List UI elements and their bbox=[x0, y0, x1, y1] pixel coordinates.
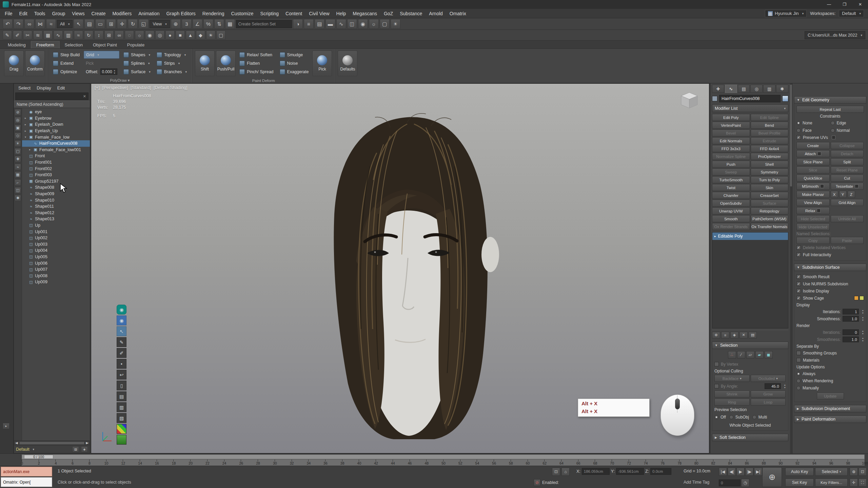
menu-item[interactable]: Animation bbox=[135, 11, 163, 16]
menu-item[interactable]: File bbox=[1, 11, 16, 16]
edit-geometry-button[interactable]: Create bbox=[796, 142, 830, 149]
filter-groups-icon[interactable]: ▦ bbox=[15, 171, 21, 178]
modifier-button[interactable]: FFD 4x4x4 bbox=[751, 145, 789, 152]
percent-snap-icon[interactable]: % bbox=[203, 19, 213, 29]
edit-geometry-button[interactable]: Y bbox=[839, 191, 847, 198]
scene-object-row[interactable]: ◫ Up008 bbox=[22, 272, 90, 279]
modifier-button[interactable]: Sweep bbox=[712, 168, 750, 176]
maxscript-listener-macro-line[interactable]: actionMan.exe bbox=[1, 467, 52, 476]
maximize-viewport-icon[interactable]: ⛶ bbox=[859, 479, 867, 487]
go-to-start-icon[interactable]: |◀ bbox=[719, 468, 727, 476]
user-account-button[interactable]: ▦ Hyunsuk Jin▾ bbox=[765, 10, 807, 17]
edit-geometry-button[interactable]: Relax bbox=[796, 207, 830, 214]
update-always-radio[interactable] bbox=[796, 372, 801, 376]
spinner-snap-icon[interactable]: ⇅ bbox=[214, 19, 224, 29]
modifier-button[interactable]: Extrude bbox=[751, 137, 789, 144]
curl-icon[interactable]: ↻ bbox=[84, 30, 93, 40]
update-when-rendering-radio[interactable] bbox=[796, 379, 801, 383]
sidebar-toggle-icon[interactable]: ▸ bbox=[3, 423, 9, 429]
by-angle-checkbox[interactable] bbox=[714, 384, 719, 388]
isoline-display-checkbox[interactable] bbox=[796, 289, 801, 293]
modifier-button[interactable]: Bend bbox=[751, 122, 789, 129]
element-subobject-icon[interactable]: ◼ bbox=[765, 351, 773, 359]
object-name-field[interactable]: HairFromCurves008 bbox=[719, 95, 781, 102]
mute-icon[interactable]: ⊘ bbox=[534, 479, 540, 486]
camera-icon[interactable]: ▢ bbox=[216, 30, 225, 40]
edit-geometry-button[interactable]: View Align bbox=[796, 199, 830, 206]
modifier-button[interactable]: CreaseSet bbox=[751, 192, 789, 199]
scene-object-row[interactable]: ≈ Shape012 bbox=[22, 210, 90, 216]
display-smoothness-spinner[interactable]: 1.0 bbox=[843, 316, 859, 322]
expand-arrow-icon[interactable]: ▸ bbox=[28, 148, 32, 151]
comb-icon[interactable]: ≋ bbox=[33, 30, 42, 40]
menu-item[interactable]: Group bbox=[48, 11, 68, 16]
occluded-culling-dropdown[interactable]: Occluded▾ bbox=[751, 375, 786, 382]
wirecolor-swatch[interactable] bbox=[782, 96, 788, 102]
menu-item[interactable]: Edit bbox=[16, 11, 31, 16]
delete-stroke-icon[interactable]: ▯ bbox=[117, 381, 126, 390]
scene-object-row[interactable]: ≈ Shape011 bbox=[22, 203, 90, 210]
remove-modifier-icon[interactable]: ✕ bbox=[739, 332, 748, 339]
drag-button[interactable]: Drag bbox=[4, 50, 24, 76]
filter-bones-icon[interactable]: ⌐ bbox=[15, 179, 21, 186]
bind-to-space-warp-icon[interactable]: ≈ bbox=[46, 19, 56, 29]
repeat-last-button[interactable]: Repeat Last bbox=[796, 106, 864, 113]
play-icon[interactable]: ▶ bbox=[736, 468, 745, 476]
edit-geometry-button[interactable]: QuickSlice bbox=[796, 175, 830, 182]
strand-groups-icon[interactable]: ▦ bbox=[43, 30, 53, 40]
expand-arrow-icon[interactable]: ▸ bbox=[24, 129, 27, 133]
viewport-menu[interactable]: [Default Shading] bbox=[154, 85, 188, 90]
pin-stack-icon[interactable]: ⊕ bbox=[712, 332, 720, 339]
soft-selection-rollout-header[interactable]: ▶ Soft Selection bbox=[712, 434, 788, 441]
explorer-horizontal-scrollbar[interactable]: ◀ ▶ bbox=[14, 441, 90, 445]
explorer-sort-header[interactable]: Name (Sorted Ascending) bbox=[14, 101, 90, 108]
brush-strands-icon[interactable]: ✐ bbox=[13, 30, 22, 40]
edit-geometry-button[interactable]: Unhide All bbox=[831, 215, 864, 222]
menu-item[interactable]: Customize bbox=[228, 11, 257, 16]
copy-named-selection-button[interactable]: Copy bbox=[796, 237, 830, 244]
collision-icon[interactable]: ◌ bbox=[125, 30, 134, 40]
guides-from-surface-icon[interactable]: ▥ bbox=[64, 30, 73, 40]
filter-spacewarps-icon[interactable]: ≈ bbox=[15, 164, 21, 170]
modifier-button[interactable]: VertexPaint bbox=[712, 122, 750, 129]
edit-geometry-button[interactable]: Collapse bbox=[831, 142, 864, 149]
scene-object-row[interactable]: ◫ Front002 bbox=[22, 165, 90, 172]
modifier-button[interactable]: Shell bbox=[751, 161, 789, 168]
paint-deform-button[interactable]: Pinch/ Spread bbox=[237, 68, 276, 76]
menu-item[interactable]: Omatrix bbox=[446, 11, 470, 16]
edit-geometry-button[interactable]: Slice Plane bbox=[796, 158, 830, 165]
clear-search-icon[interactable]: ✕ bbox=[83, 94, 86, 99]
pan-icon[interactable]: ✛ bbox=[850, 479, 858, 487]
modifier-button[interactable]: Push bbox=[712, 161, 750, 168]
clipboard-icon[interactable]: ▥ bbox=[117, 402, 126, 412]
cube-primitive-icon[interactable]: ■ bbox=[176, 30, 185, 40]
explorer-find-icon[interactable]: ◎ bbox=[15, 117, 21, 123]
modifier-list-dropdown[interactable]: Modifier List▾ bbox=[712, 104, 788, 112]
material-editor-icon[interactable]: ◉ bbox=[358, 19, 368, 29]
expand-arrow-icon[interactable]: ▸ bbox=[24, 123, 27, 126]
frizz-icon[interactable]: ≈ bbox=[74, 30, 83, 40]
undo-stroke-icon[interactable]: ↩ bbox=[117, 370, 126, 380]
polydraw-group-label[interactable]: PolyDraw ▾ bbox=[48, 78, 192, 83]
scroll-left-icon[interactable]: ◀ bbox=[15, 442, 19, 445]
defaults-button[interactable]: Defaults bbox=[338, 50, 357, 76]
previous-frame-icon[interactable]: ◀| bbox=[728, 468, 736, 476]
y-coordinate-field[interactable]: -936.561cm bbox=[616, 468, 644, 475]
delete-isolated-vertices-checkbox[interactable] bbox=[796, 245, 801, 250]
cone-primitive-icon[interactable]: ▲ bbox=[186, 30, 195, 40]
selection-lock-icon[interactable]: ⌂ bbox=[561, 468, 570, 476]
explorer-settings-icon[interactable]: ▤ bbox=[72, 446, 79, 452]
scene-object-row[interactable]: ◫ Front003 bbox=[22, 172, 90, 178]
render-setup-icon[interactable]: ☼ bbox=[369, 19, 379, 29]
menu-item[interactable]: Arnold bbox=[426, 11, 446, 16]
ribbon-tab[interactable]: Modeling bbox=[3, 41, 31, 48]
preview-selection-radio[interactable]: Off bbox=[714, 413, 726, 421]
by-vertex-checkbox[interactable] bbox=[714, 362, 719, 366]
undo-icon[interactable]: ↶ bbox=[3, 19, 13, 29]
conform-button[interactable]: Conform bbox=[25, 50, 45, 76]
motion-tab-icon[interactable]: ◎ bbox=[750, 85, 763, 93]
curve-editor-icon[interactable]: ∿ bbox=[336, 19, 346, 29]
print-icon[interactable]: ▤ bbox=[117, 391, 126, 401]
preview-strands-icon[interactable]: ◉ bbox=[117, 316, 126, 325]
edge-subobject-icon[interactable]: ∕ bbox=[737, 351, 745, 359]
